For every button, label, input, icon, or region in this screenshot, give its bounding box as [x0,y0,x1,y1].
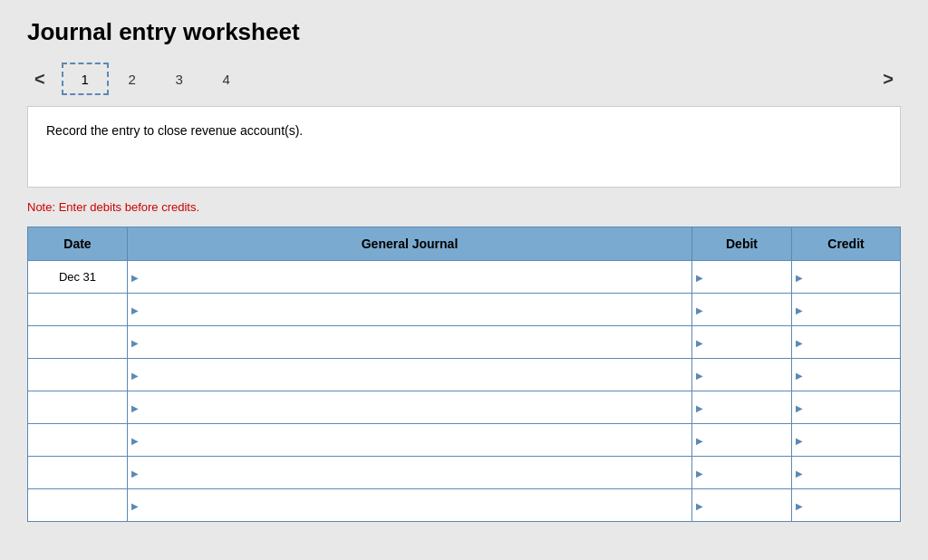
cell-date-4[interactable] [28,391,128,424]
cell-debit-5[interactable] [692,424,792,457]
cell-date-1[interactable] [28,294,128,326]
cell-debit-1[interactable] [692,294,792,326]
cell-journal-3[interactable] [128,359,692,391]
input-debit-0[interactable] [692,266,791,287]
input-debit-3[interactable] [692,364,791,385]
prev-arrow[interactable]: < [27,65,53,93]
input-journal-7[interactable] [128,495,691,516]
table-row [28,457,901,489]
cell-date-2[interactable] [28,326,128,359]
cell-date-7[interactable] [28,489,128,522]
page-title: Journal entry worksheet [27,18,901,46]
cell-journal-0[interactable] [128,261,692,294]
tab-group: 1 2 3 4 [62,63,250,95]
input-date-0[interactable] [35,266,120,287]
cell-debit-0[interactable] [692,261,792,294]
cell-credit-5[interactable] [792,424,901,457]
input-credit-1[interactable] [792,299,900,320]
input-credit-4[interactable] [792,397,900,418]
header-date: Date [28,227,128,261]
table-row [28,489,901,522]
input-credit-6[interactable] [792,462,900,483]
input-credit-5[interactable] [792,430,900,450]
input-journal-1[interactable] [128,299,691,320]
table-row [28,424,901,457]
input-debit-7[interactable] [692,495,791,516]
instruction-box: Record the entry to close revenue accoun… [27,106,901,188]
input-debit-6[interactable] [692,462,791,483]
input-credit-7[interactable] [792,495,900,516]
cell-debit-4[interactable] [692,391,792,424]
instruction-text: Record the entry to close revenue accoun… [46,123,303,138]
cell-date-0[interactable] [28,261,128,294]
input-date-7[interactable] [35,495,120,516]
cell-credit-6[interactable] [792,457,901,489]
cell-date-3[interactable] [28,359,128,391]
input-date-4[interactable] [35,397,120,418]
journal-table: Date General Journal Debit Credit [27,227,901,522]
input-credit-3[interactable] [792,364,900,385]
cell-credit-7[interactable] [792,489,901,522]
tab-3[interactable]: 3 [156,63,203,95]
input-date-3[interactable] [35,364,120,385]
input-journal-2[interactable] [128,332,691,352]
cell-date-5[interactable] [28,424,128,457]
cell-journal-6[interactable] [128,457,692,489]
input-date-5[interactable] [35,430,120,450]
cell-journal-2[interactable] [128,326,692,359]
input-debit-2[interactable] [692,332,791,352]
cell-credit-2[interactable] [792,326,901,359]
tab-1[interactable]: 1 [62,63,109,95]
table-row [28,326,901,359]
header-credit: Credit [792,227,901,261]
header-journal: General Journal [128,227,692,261]
table-row [28,261,901,294]
table-row [28,294,901,326]
cell-date-6[interactable] [28,457,128,489]
cell-credit-4[interactable] [792,391,901,424]
cell-journal-5[interactable] [128,424,692,457]
input-journal-3[interactable] [128,364,691,385]
note-text: Note: Enter debits before credits. [27,200,901,214]
input-journal-4[interactable] [128,397,691,418]
cell-debit-6[interactable] [692,457,792,489]
cell-journal-7[interactable] [128,489,692,522]
input-debit-4[interactable] [692,397,791,418]
cell-credit-0[interactable] [792,261,901,294]
cell-journal-1[interactable] [128,294,692,326]
input-credit-0[interactable] [792,266,900,287]
cell-credit-1[interactable] [792,294,901,326]
cell-debit-7[interactable] [692,489,792,522]
input-date-2[interactable] [35,332,120,352]
header-debit: Debit [692,227,792,261]
cell-journal-4[interactable] [128,391,692,424]
input-journal-6[interactable] [128,462,691,483]
cell-credit-3[interactable] [792,359,901,391]
input-journal-5[interactable] [128,430,691,450]
input-credit-2[interactable] [792,332,900,352]
input-debit-5[interactable] [692,430,791,450]
navigation-row: < 1 2 3 4 > [27,63,901,95]
next-arrow[interactable]: > [875,65,901,93]
cell-debit-3[interactable] [692,359,792,391]
tab-4[interactable]: 4 [203,63,250,95]
tab-2[interactable]: 2 [109,63,156,95]
input-date-6[interactable] [35,462,120,483]
input-debit-1[interactable] [692,299,791,320]
table-row [28,391,901,424]
input-date-1[interactable] [35,299,120,320]
cell-debit-2[interactable] [692,326,792,359]
input-journal-0[interactable] [128,266,691,287]
table-row [28,359,901,391]
